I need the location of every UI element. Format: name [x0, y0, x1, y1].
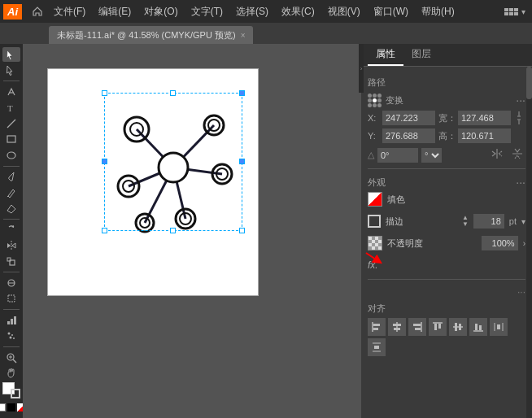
rotate-unit-select[interactable]: °: [421, 148, 442, 163]
ellipse-tool[interactable]: [2, 148, 20, 163]
stroke-label: 描边: [386, 216, 457, 228]
rotate-tool[interactable]: [2, 223, 20, 237]
transform-header: 变换 ···: [368, 92, 525, 108]
appearance-more-button[interactable]: ···: [516, 174, 525, 190]
stroke-options-dropdown[interactable]: ▾: [521, 217, 525, 226]
menu-window[interactable]: 窗口(W): [368, 2, 414, 21]
svg-rect-54: [455, 323, 457, 331]
menu-effect[interactable]: 效果(C): [276, 2, 321, 21]
color-swatches-area: [0, 382, 25, 415]
stroke-up-down-arrows[interactable]: ▲ ▼: [462, 215, 469, 228]
opacity-row: 不透明度 ›: [368, 234, 525, 252]
white-swatch[interactable]: [0, 403, 6, 411]
paintbrush-tool[interactable]: [2, 169, 20, 184]
opacity-value-input[interactable]: [482, 236, 518, 250]
arrange-icon[interactable]: ▾: [504, 7, 525, 16]
network-graph: [96, 89, 251, 247]
divider-2: [368, 279, 525, 280]
svg-line-1: [7, 120, 15, 128]
home-button[interactable]: [28, 2, 46, 20]
ref-dot-5: [373, 98, 377, 102]
distribute-h-button[interactable]: [490, 318, 508, 336]
fill-color-box[interactable]: [368, 192, 382, 207]
align-left-button[interactable]: [368, 318, 386, 336]
black-swatch[interactable]: [7, 403, 15, 411]
canvas-area[interactable]: [23, 44, 361, 418]
svg-rect-2: [7, 136, 15, 142]
distribute-v-button[interactable]: [368, 338, 386, 356]
menu-object[interactable]: 对象(O): [138, 2, 183, 21]
menu-type[interactable]: 文字(T): [185, 2, 229, 21]
rotate-input[interactable]: [377, 148, 418, 163]
menu-edit[interactable]: 编辑(E): [93, 2, 137, 21]
ref-dot-6: [377, 98, 382, 102]
fx-row: fx.: [368, 256, 525, 274]
align-top-button[interactable]: [429, 318, 447, 336]
svg-rect-48: [413, 324, 421, 326]
direct-selection-tool[interactable]: [2, 63, 20, 78]
flip-vertical-button[interactable]: [509, 146, 525, 163]
height-input[interactable]: [458, 128, 511, 143]
fill-row: 填色: [368, 190, 525, 208]
arrange-chevron: ▾: [521, 7, 525, 16]
panel-collapse-handle[interactable]: ›: [359, 44, 364, 93]
align-center-h-button[interactable]: [388, 318, 406, 336]
align-right-button[interactable]: [408, 318, 426, 336]
transform-more-button[interactable]: ···: [516, 92, 525, 108]
menu-bar: Ai 文件(F) 编辑(E) 对象(O) 文字(T) 选择(S) 效果(C) 视…: [0, 0, 532, 23]
wh-link-icon[interactable]: [514, 110, 524, 126]
line-tool[interactable]: [2, 116, 20, 131]
menu-select[interactable]: 选择(S): [230, 2, 274, 21]
selection-tool[interactable]: [2, 47, 20, 62]
svg-rect-46: [394, 328, 400, 330]
scale-tool[interactable]: [2, 255, 20, 269]
ref-dot-9: [377, 103, 382, 107]
scrollbar-thumb[interactable]: [526, 67, 532, 99]
transform-header-left: 变换: [368, 94, 403, 107]
flip-icons: [488, 146, 525, 163]
svg-rect-43: [373, 328, 378, 330]
x-input[interactable]: [382, 111, 435, 125]
rotate-icon-label: △: [368, 150, 374, 160]
stroke-value-input[interactable]: [473, 214, 504, 229]
more-options-bottom[interactable]: ···: [368, 285, 525, 299]
pen-tool[interactable]: [2, 85, 20, 99]
x-label: X:: [368, 113, 379, 123]
type-tool[interactable]: T: [2, 100, 20, 115]
reference-point-grid[interactable]: [368, 94, 382, 107]
svg-rect-64: [374, 346, 379, 349]
align-bottom-button[interactable]: [469, 318, 487, 336]
panel-scrollbar[interactable]: [526, 67, 532, 418]
menu-view[interactable]: 视图(V): [322, 2, 366, 21]
menu-help[interactable]: 帮助(H): [416, 2, 460, 21]
yh-row: Y: 高：: [368, 128, 525, 143]
collapse-icon: ›: [360, 65, 363, 72]
rectangle-tool[interactable]: [2, 132, 20, 146]
pencil-tool[interactable]: [2, 185, 20, 200]
red-arrow-indicator: [362, 249, 386, 267]
hand-tool[interactable]: [2, 366, 20, 381]
tab-close-button[interactable]: ×: [241, 31, 246, 40]
y-label: Y:: [368, 131, 379, 141]
free-transform-tool[interactable]: [2, 292, 20, 307]
warp-tool[interactable]: [2, 276, 20, 290]
zoom-tool[interactable]: [2, 351, 20, 365]
opacity-arrow-button[interactable]: ›: [523, 239, 525, 248]
menu-file[interactable]: 文件(F): [48, 2, 91, 21]
tab-properties[interactable]: 属性: [368, 44, 403, 66]
symbol-sprayer-tool[interactable]: [2, 329, 20, 343]
reflect-tool[interactable]: [2, 238, 20, 253]
right-panel: › 属性 图层 路径: [361, 44, 532, 418]
eraser-tool[interactable]: [2, 201, 20, 216]
flip-horizontal-button[interactable]: [488, 147, 506, 163]
align-center-v-button[interactable]: [449, 318, 467, 336]
stroke-color-box[interactable]: [368, 215, 381, 228]
fill-stroke-widget[interactable]: [2, 382, 20, 398]
y-input[interactable]: [382, 128, 435, 143]
stroke-color-swatch[interactable]: [11, 389, 20, 398]
h-label: 高：: [438, 130, 455, 142]
width-input[interactable]: [458, 111, 511, 125]
document-tab[interactable]: 未标题-111.ai* @ 41.58% (CMYK/GPU 预览) ×: [49, 26, 253, 44]
tab-layers[interactable]: 图层: [403, 44, 439, 66]
graph-tool[interactable]: [2, 313, 20, 328]
